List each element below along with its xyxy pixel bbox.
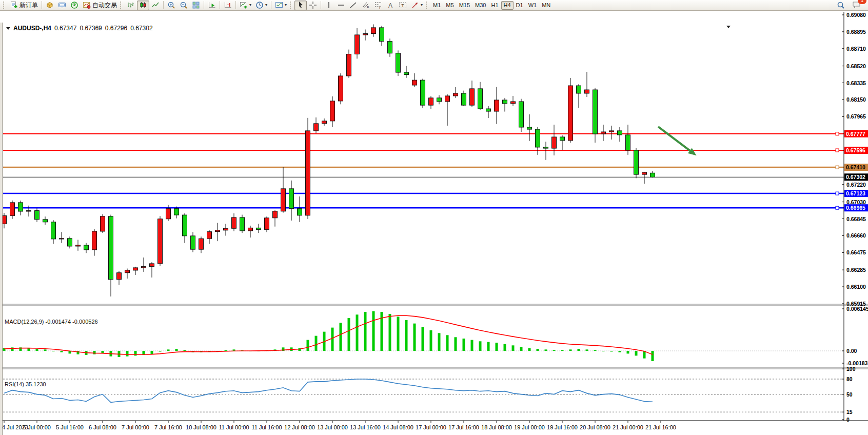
timeframe-h4-button[interactable]: H4 xyxy=(501,1,514,10)
zoom-out-button[interactable] xyxy=(177,1,190,10)
template-icon xyxy=(275,1,283,9)
date-axis-label: 5 Jul 00:00 xyxy=(23,424,51,430)
candle-body xyxy=(404,72,409,74)
text-tool-button[interactable]: A xyxy=(384,1,397,10)
macd-histogram-bar xyxy=(627,351,629,353)
macd-histogram-bar xyxy=(44,349,47,351)
date-axis-label: 17 Jul 00:00 xyxy=(416,424,446,430)
candle-body xyxy=(150,264,154,267)
trendline-tool-button[interactable] xyxy=(347,1,360,10)
candle-body xyxy=(166,209,171,219)
search-icon xyxy=(837,1,845,9)
candle-body xyxy=(158,219,163,264)
macd-histogram-bar xyxy=(93,351,96,354)
new-order-button[interactable]: 新订单 xyxy=(8,1,40,10)
timeframe-h1-button[interactable]: H1 xyxy=(488,1,501,10)
date-axis-label: 21 Jul 00:00 xyxy=(613,424,643,430)
trend-arrow-annotation[interactable] xyxy=(658,127,690,151)
macd-histogram-bar xyxy=(364,312,367,351)
rsi-line xyxy=(4,379,653,402)
candle-body xyxy=(92,231,97,250)
metaeditor-button[interactable] xyxy=(44,1,56,10)
equidistant-channel-tool-button[interactable]: E xyxy=(360,1,372,10)
candlestick-mode-button[interactable] xyxy=(137,1,149,10)
timeframe-d1-button[interactable]: D1 xyxy=(514,1,526,10)
candle-body xyxy=(76,245,81,246)
tile-windows-button[interactable] xyxy=(190,1,202,10)
candle-body xyxy=(101,216,105,231)
macd-histogram-bar xyxy=(175,349,178,351)
search-button[interactable] xyxy=(835,1,847,10)
macd-histogram-bar xyxy=(126,351,129,357)
macd-axis-label: 0.006145 xyxy=(846,306,868,312)
candle-body xyxy=(495,100,499,111)
price-axis-tick-label: 0.67220 xyxy=(846,182,866,188)
macd-name: MACD(12,26,9) xyxy=(5,319,44,325)
macd-histogram-bar xyxy=(479,341,482,351)
line-handle-marker[interactable] xyxy=(836,206,839,209)
timeframe-m15-button[interactable]: M15 xyxy=(457,1,472,10)
timeframe-mn-button[interactable]: MN xyxy=(539,1,553,10)
dropdown-caret-icon: ▾ xyxy=(249,3,251,7)
autotrading-button[interactable]: 自动交易 xyxy=(81,1,119,10)
terminal-button[interactable] xyxy=(56,1,68,10)
date-axis-label: 17 Jul 16:00 xyxy=(448,424,479,430)
line-handle-marker[interactable] xyxy=(836,132,839,135)
horizontal-line-tool-button[interactable] xyxy=(335,1,347,10)
indicators-icon xyxy=(240,1,248,9)
candlestick-icon xyxy=(139,1,147,9)
fibonacci-tool-button[interactable]: F xyxy=(372,1,384,10)
macd-histogram-bar xyxy=(504,344,506,351)
timeframe-m1-button[interactable]: M1 xyxy=(430,1,443,10)
macd-histogram-bar xyxy=(496,343,498,351)
zoom-in-button[interactable] xyxy=(165,1,177,10)
vertical-line-tool-button[interactable] xyxy=(323,1,335,10)
macd-histogram-bar xyxy=(561,350,564,351)
candle-body xyxy=(330,101,335,121)
window-left-edge xyxy=(0,23,3,435)
crosshair-tool-button[interactable] xyxy=(307,1,319,10)
macd-histogram-bar xyxy=(315,336,318,351)
line-handle-marker[interactable] xyxy=(836,149,839,152)
candle-body xyxy=(527,127,532,129)
macd-histogram-bar xyxy=(413,324,416,351)
candle-body xyxy=(486,109,491,111)
channel-icon: E xyxy=(362,1,370,9)
arrows-tool-button[interactable]: ▾ xyxy=(409,1,425,10)
text-label-tool-button[interactable]: T xyxy=(397,1,409,10)
auto-scroll-button[interactable] xyxy=(206,1,218,10)
bar-chart-mode-button[interactable] xyxy=(125,1,137,10)
chart-menu-icon[interactable] xyxy=(6,27,10,30)
price-axis-tick-label: 0.68520 xyxy=(846,63,866,69)
macd-histogram-bar xyxy=(372,311,375,351)
chart-shift-button[interactable] xyxy=(222,1,234,10)
toolbar-separator xyxy=(163,1,164,9)
date-axis-label: 5 Jul 16:00 xyxy=(56,424,84,430)
notification-badge[interactable]: 1 xyxy=(858,0,866,4)
periods-button[interactable]: ▾ xyxy=(253,1,269,10)
templates-button[interactable]: ▾ xyxy=(273,1,289,10)
line-chart-mode-button[interactable] xyxy=(149,1,162,10)
text-label-icon: T xyxy=(399,1,407,9)
candle-body xyxy=(626,135,630,150)
timeframe-w1-button[interactable]: W1 xyxy=(526,1,540,10)
macd-histogram-bar xyxy=(159,351,162,351)
cursor-tool-button[interactable] xyxy=(294,1,307,10)
macd-histogram-bar xyxy=(167,349,170,351)
chart-close-value: 0.67302 xyxy=(130,25,152,32)
candle-body xyxy=(412,80,417,85)
timeframe-m30-button[interactable]: M30 xyxy=(472,1,488,10)
news-button[interactable] xyxy=(68,1,81,10)
price-level-label: 0.67410 xyxy=(846,164,865,170)
line-handle-marker[interactable] xyxy=(836,192,839,195)
horizontal-line-icon xyxy=(337,1,345,9)
indicators-button[interactable]: ▾ xyxy=(238,1,253,10)
candle-body xyxy=(371,28,376,34)
macd-histogram-bar xyxy=(225,350,227,351)
line-handle-marker[interactable] xyxy=(836,166,839,169)
chart-window-menu-icon[interactable] xyxy=(726,26,731,28)
date-axis-label: 7 Jul 16:00 xyxy=(154,424,182,430)
candle-body xyxy=(265,218,269,230)
svg-text:E: E xyxy=(367,6,369,9)
timeframe-m5-button[interactable]: M5 xyxy=(443,1,456,10)
